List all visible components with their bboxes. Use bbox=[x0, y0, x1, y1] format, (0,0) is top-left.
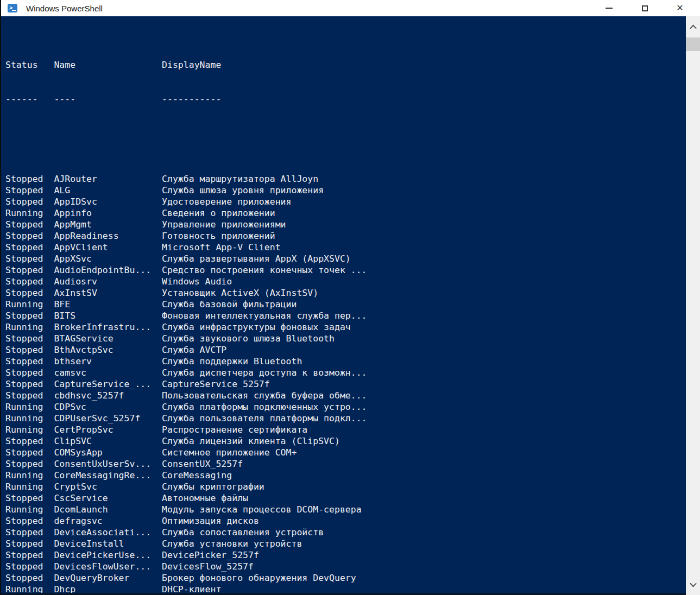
service-display-name: Служба звукового шлюза Bluetooth bbox=[162, 333, 335, 344]
service-name: AppIDSvc bbox=[54, 196, 162, 207]
service-display-name: Удостоверение приложения bbox=[162, 197, 291, 207]
service-row: StoppedDevicesFlowUser...DevicesFlow_525… bbox=[5, 561, 686, 572]
service-row: StoppedCOMSysAppСистемное приложение COM… bbox=[5, 447, 686, 458]
service-row: StoppedAppXSvcСлужба развертывания AppX … bbox=[5, 253, 686, 264]
service-status: Running bbox=[5, 401, 54, 413]
powershell-icon: > bbox=[8, 4, 17, 12]
service-row: RunningCryptSvcСлужбы криптографии bbox=[5, 481, 686, 492]
console-viewport[interactable]: StatusNameDisplayName ------------------… bbox=[1, 16, 686, 595]
service-display-name: DevicesFlow_5257f bbox=[162, 561, 254, 572]
service-display-name: Распространение сертификата bbox=[162, 425, 307, 435]
service-row: RunningBrokerInfrastru...Служба инфрастр… bbox=[5, 321, 686, 333]
service-name: CertPropSvc bbox=[54, 424, 162, 435]
service-row: RunningDcomLaunchМодуль запуска процессо… bbox=[5, 504, 686, 515]
service-name: bthserv bbox=[54, 356, 162, 367]
service-display-name: Служба инфраструктуры фоновых задач bbox=[162, 322, 351, 332]
service-row: StoppedCaptureService_...CaptureService_… bbox=[5, 378, 686, 390]
service-row: StoppedAxInstSVУстановщик ActiveX (AxIns… bbox=[5, 287, 686, 299]
service-status: Stopped bbox=[5, 390, 54, 401]
maximize-button[interactable] bbox=[632, 0, 657, 16]
service-status: Stopped bbox=[5, 185, 54, 196]
column-header-name: Name bbox=[54, 59, 162, 71]
service-name: AJRouter bbox=[54, 173, 162, 185]
service-row: StoppeddefragsvcОптимизация дисков bbox=[5, 515, 686, 527]
service-row: StoppedbthservСлужба поддержки Bluetooth bbox=[5, 356, 686, 367]
service-name: AppMgmt bbox=[54, 219, 162, 230]
service-name: AppVClient bbox=[54, 242, 162, 253]
powershell-window: > Windows PowerShell ✕ StatusNameDisplay… bbox=[0, 0, 700, 595]
service-status: Running bbox=[5, 481, 54, 492]
service-display-name: Модуль запуска процессов DCOM-сервера bbox=[162, 504, 362, 515]
service-name: CaptureService_... bbox=[54, 378, 162, 390]
service-display-name: Служба шлюза уровня приложения bbox=[162, 185, 324, 195]
service-name: BrokerInfrastru... bbox=[54, 321, 162, 333]
service-name: ConsentUxUserSv... bbox=[54, 458, 162, 470]
service-display-name: Служба AVCTP bbox=[162, 345, 226, 355]
service-status: Stopped bbox=[5, 549, 54, 561]
vertical-scrollbar[interactable] bbox=[686, 16, 700, 595]
service-status: Stopped bbox=[5, 561, 54, 572]
service-display-name: Служба маршрутизатора AllJoyn bbox=[162, 174, 318, 184]
service-row: StoppedDevQueryBrokerБрокер фонового обн… bbox=[5, 572, 686, 584]
service-status: Running bbox=[5, 470, 54, 481]
table-header-row: StatusNameDisplayName bbox=[5, 59, 686, 71]
service-row: StoppedBITSФоновая интеллектуальная служ… bbox=[5, 310, 686, 321]
service-name: DevicePickerUse... bbox=[54, 549, 162, 561]
service-status: Running bbox=[5, 504, 54, 515]
service-row: RunningBFEСлужба базовой фильтрации bbox=[5, 299, 686, 310]
service-status: Running bbox=[5, 321, 54, 333]
service-name: DevQueryBroker bbox=[54, 572, 162, 584]
service-status: Stopped bbox=[5, 492, 54, 504]
service-name: BITS bbox=[54, 310, 162, 321]
column-header-status: Status bbox=[5, 59, 54, 71]
service-display-name: Служба платформы подключенных устро... bbox=[162, 402, 367, 412]
service-row: StoppedAJRouterСлужба маршрутизатора All… bbox=[5, 173, 686, 185]
service-status: Running bbox=[5, 207, 54, 219]
close-icon: ✕ bbox=[676, 4, 683, 12]
service-name: Appinfo bbox=[54, 207, 162, 219]
service-status: Stopped bbox=[5, 515, 54, 527]
service-name: DevicesFlowUser... bbox=[54, 561, 162, 572]
service-status: Stopped bbox=[5, 344, 54, 356]
service-status: Stopped bbox=[5, 310, 54, 321]
service-display-name: Автономные файлы bbox=[162, 493, 248, 503]
service-row: StoppedAudioEndpointBu...Средство постро… bbox=[5, 264, 686, 276]
service-name: CDPSvc bbox=[54, 401, 162, 413]
service-name: ALG bbox=[54, 185, 162, 196]
table-header-underline-row: --------------------- bbox=[5, 93, 686, 105]
service-status: Stopped bbox=[5, 242, 54, 253]
service-display-name: Средство построения конечных точек ... bbox=[162, 265, 367, 275]
close-button[interactable]: ✕ bbox=[667, 0, 692, 16]
service-status: Stopped bbox=[5, 264, 54, 276]
service-display-name: CoreMessaging bbox=[162, 470, 232, 480]
service-display-name: Служба диспетчера доступа к возможн... bbox=[162, 368, 367, 378]
service-display-name: Оптимизация дисков bbox=[162, 516, 259, 526]
service-name: camsvc bbox=[54, 367, 162, 378]
service-row: StoppedConsentUxUserSv...ConsentUX_5257f bbox=[5, 458, 686, 470]
chevron-up-icon bbox=[690, 24, 697, 31]
service-row: RunningCertPropSvcРаспространение сертиф… bbox=[5, 424, 686, 435]
service-name: cbdhsvc_5257f bbox=[54, 390, 162, 401]
service-status: Stopped bbox=[5, 367, 54, 378]
service-row: StoppedDeviceInstallСлужба установки уст… bbox=[5, 538, 686, 549]
service-name: AudioEndpointBu... bbox=[54, 264, 162, 276]
service-display-name: Служба лицензий клиента (ClipSVC) bbox=[162, 436, 340, 446]
scroll-down-button[interactable] bbox=[686, 577, 700, 592]
scroll-up-button[interactable] bbox=[686, 20, 700, 35]
chevron-down-icon bbox=[690, 580, 697, 587]
service-row: RunningCDPUserSvc_5257fСлужба пользовате… bbox=[5, 413, 686, 424]
title-bar[interactable]: > Windows PowerShell ✕ bbox=[1, 0, 700, 16]
service-row: StoppedBTAGServiceСлужба звукового шлюза… bbox=[5, 333, 686, 344]
service-name: defragsvc bbox=[54, 515, 162, 527]
scrollbar-thumb[interactable] bbox=[686, 37, 700, 51]
service-name: BTAGService bbox=[54, 333, 162, 344]
maximize-icon bbox=[642, 5, 648, 11]
service-status: Stopped bbox=[5, 378, 54, 390]
service-status: Running bbox=[5, 299, 54, 310]
column-header-displayname: DisplayName bbox=[162, 60, 221, 70]
minimize-button[interactable] bbox=[596, 0, 621, 16]
service-name: CoreMessagingRe... bbox=[54, 470, 162, 481]
service-display-name: Служба установки устройств bbox=[162, 539, 302, 549]
service-name: Audiosrv bbox=[54, 276, 162, 287]
service-status: Stopped bbox=[5, 230, 54, 242]
